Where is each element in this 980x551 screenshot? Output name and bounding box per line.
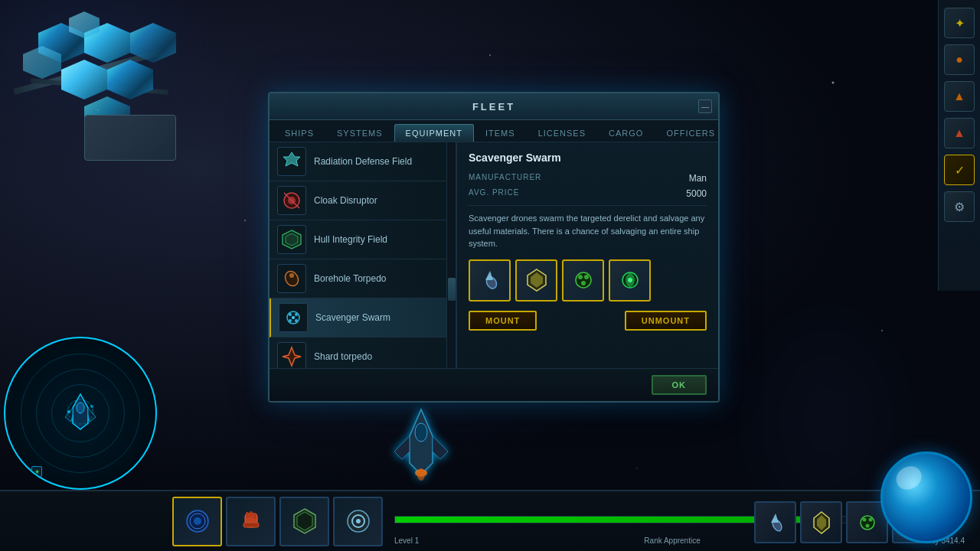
eq-item-cloak[interactable]: Cloak Disruptor	[270, 181, 456, 220]
svg-point-50	[862, 517, 866, 521]
svg-point-52	[865, 523, 869, 527]
minimap: ⊕ ★	[4, 337, 157, 490]
svg-point-58	[77, 403, 84, 413]
slot-3-icon	[571, 268, 596, 292]
eq-name-radiation: Radiation Defense Field	[314, 156, 412, 167]
eq-name-shard: Shard torpedo	[314, 351, 372, 362]
svg-rect-36	[243, 523, 259, 527]
right-icon-star[interactable]: ✦	[944, 8, 975, 38]
minimap-ship	[65, 393, 96, 434]
slot-1[interactable]	[469, 259, 511, 302]
eq-name-cloak: Cloak Disruptor	[314, 195, 377, 206]
list-scrollbar[interactable]	[446, 142, 456, 368]
minimap-ship-svg	[65, 393, 96, 431]
manufacturer-value: Man	[689, 173, 707, 184]
tab-officers[interactable]: OFFICERS	[655, 124, 727, 142]
radar-globe	[880, 452, 972, 543]
svg-point-24	[628, 278, 632, 282]
tab-systems[interactable]: SYSTEMS	[325, 124, 394, 142]
slot-4-icon	[618, 268, 642, 292]
svg-point-51	[868, 517, 872, 521]
ship-visual	[360, 406, 482, 482]
dialog-footer: OK	[270, 368, 718, 401]
minimap-bottom-dots: ⊕ ★	[17, 466, 42, 477]
svg-point-30	[417, 468, 425, 481]
eq-item-borehole[interactable]: Borehole Torpedo	[270, 259, 456, 298]
svg-point-20	[578, 275, 583, 279]
slot-3[interactable]	[562, 259, 604, 302]
svg-marker-14	[283, 347, 301, 366]
grid-icon	[291, 507, 318, 535]
right-icon-hexagon[interactable]: ▲	[944, 81, 975, 112]
eq-name-swarm: Scavenger Swarm	[315, 312, 390, 323]
dialog-close-button[interactable]: —	[698, 99, 712, 113]
dialog-body: Radiation Defense Field Cloak Disruptor	[270, 142, 718, 368]
svg-point-10	[295, 313, 298, 316]
right-icon-check[interactable]: ✓	[944, 155, 975, 185]
scrollbar-thumb[interactable]	[448, 278, 456, 301]
br-item-missile[interactable]	[754, 501, 796, 543]
ship-svg	[390, 406, 452, 482]
dialog-titlebar: FLEET —	[270, 93, 718, 120]
bottom-bar: Level 1 Rank Apprentice Day 3414.4	[0, 490, 980, 551]
shield-icon	[184, 507, 211, 535]
tab-equipment[interactable]: EQUIPMENT	[394, 124, 474, 142]
bottom-item-shield[interactable]	[172, 497, 222, 546]
svg-point-7	[289, 273, 294, 278]
eq-item-swarm[interactable]: Scavenger Swarm	[270, 298, 456, 337]
hex-panels	[8, 8, 237, 161]
eq-icon-swarm	[279, 303, 308, 332]
svg-point-28	[415, 423, 427, 442]
right-icon-gear[interactable]: ⚙	[944, 191, 975, 222]
detail-description: Scavenger drones swarm the targeted dere…	[469, 212, 707, 250]
bottom-item-fist[interactable]	[226, 497, 276, 546]
spaceship-topleft	[0, 0, 260, 168]
crystal-icon	[809, 510, 834, 535]
eq-icon-hull	[277, 225, 306, 254]
fleet-dialog: FLEET — SHIPS SYSTEMS EQUIPMENT ITEMS LI…	[268, 92, 720, 403]
eq-item-shard[interactable]: Shard torpedo	[270, 337, 456, 368]
bottom-item-circle[interactable]	[333, 497, 383, 546]
manufacturer-row: MANUFACTURER Man	[469, 173, 707, 184]
br-item-crystal[interactable]	[800, 501, 842, 543]
detail-title: Scavenger Swarm	[469, 152, 707, 164]
eq-icon-cloak	[277, 186, 306, 215]
tab-ships[interactable]: SHIPS	[273, 124, 325, 142]
svg-point-21	[584, 275, 589, 279]
price-label: Avg. Price	[469, 188, 520, 199]
close-icon: —	[701, 103, 709, 111]
action-buttons: MOUNT UNMOUNT	[469, 311, 707, 331]
eq-name-borehole: Borehole Torpedo	[314, 273, 387, 284]
slot-1-icon	[478, 268, 502, 292]
bug-icon	[855, 510, 880, 535]
missile-icon	[763, 510, 788, 535]
right-icon-triangle[interactable]: ▲	[944, 118, 975, 148]
tab-cargo[interactable]: CARGO	[597, 124, 655, 142]
eq-item-hull[interactable]: Hull Integrity Field	[270, 220, 456, 259]
right-icon-person[interactable]: ●	[944, 44, 975, 75]
price-value: 5000	[686, 188, 707, 199]
svg-point-11	[289, 319, 292, 322]
mount-button[interactable]: MOUNT	[469, 311, 537, 331]
svg-marker-27	[433, 436, 448, 459]
eq-item-radiation[interactable]: Radiation Defense Field	[270, 142, 456, 181]
tab-licenses[interactable]: LICENSES	[527, 124, 597, 142]
unmount-button[interactable]: UNMOUNT	[625, 311, 707, 331]
dialog-title: FLEET	[472, 101, 515, 112]
right-panel: ✦ ● ▲ ▲ ✓ ⚙	[938, 0, 980, 291]
svg-point-6	[283, 269, 301, 288]
svg-point-9	[289, 313, 292, 316]
svg-marker-16	[485, 271, 493, 280]
detail-panel: Scavenger Swarm MANUFACTURER Man Avg. Pr…	[457, 142, 718, 368]
eq-icon-shard	[277, 342, 306, 368]
circle-icon	[345, 507, 372, 535]
svg-marker-0	[283, 152, 300, 166]
detail-divider	[469, 205, 707, 206]
bottom-item-grid[interactable]	[279, 497, 329, 546]
tab-items[interactable]: ITEMS	[474, 124, 527, 142]
slot-2[interactable]	[515, 259, 557, 302]
slot-4[interactable]	[609, 259, 651, 302]
ok-button[interactable]: OK	[652, 375, 707, 395]
svg-point-12	[295, 319, 298, 322]
equipment-list: Radiation Defense Field Cloak Disruptor	[270, 142, 457, 368]
